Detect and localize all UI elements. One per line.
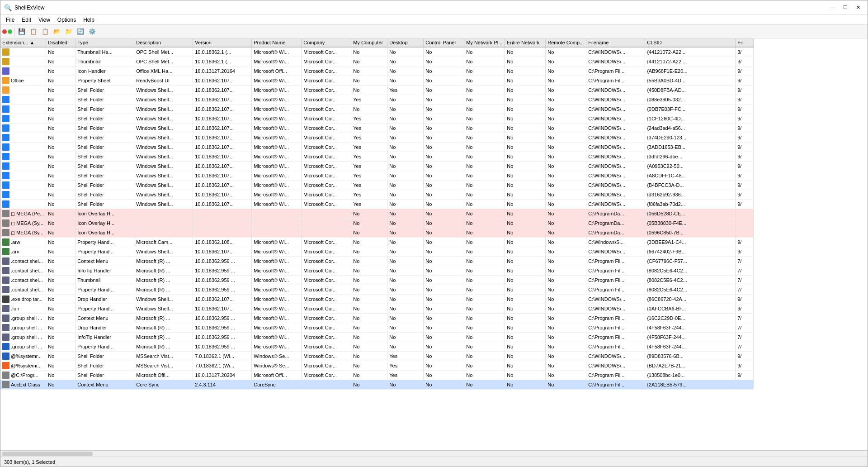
col-header-extension[interactable]: Extension... ▲ [0, 38, 46, 47]
save-button[interactable]: 💾 [16, 27, 27, 37]
table-container[interactable]: Extension... ▲ Disabled Type Description… [0, 38, 868, 450]
menu-options[interactable]: Options [54, 16, 80, 24]
cell-desktop: Yes [387, 371, 424, 380]
table-row[interactable]: .exe drop tar...NoDrop HandlerWindows Sh… [0, 295, 754, 304]
col-header-cp[interactable]: Control Panel [424, 38, 464, 47]
cell-type: InfoTip Handler [75, 266, 134, 276]
table-row[interactable]: .group shell ...NoProperty Hand...Micros… [0, 342, 754, 352]
table-row[interactable]: NoShell FolderWindows Shell...10.0.18362… [0, 171, 754, 181]
table-row[interactable]: NoShell FolderWindows Shell...10.0.18362… [0, 86, 754, 95]
menu-help[interactable]: Help [80, 16, 98, 24]
col-header-clsid[interactable]: CLSID [645, 38, 736, 47]
scrollbar-x[interactable] [0, 450, 868, 457]
table-row[interactable]: .fonNoProperty Hand...Windows Shell...10… [0, 304, 754, 314]
table-row[interactable]: NoThumbnail Ha...OPC Shell Met...10.0.18… [0, 47, 754, 57]
table-row[interactable]: .contact shel...NoProperty Hand...Micros… [0, 285, 754, 295]
table-row[interactable]: NoShell FolderWindows Shell...10.0.18362… [0, 124, 754, 133]
folder-button[interactable]: 📁 [63, 27, 74, 37]
table-row[interactable]: .group shell ...NoContext MenuMicrosoft … [0, 314, 754, 323]
cell-extension: .contact shel... [0, 285, 46, 295]
cell-entnet: No [505, 314, 546, 323]
maximize-button[interactable]: ☐ [840, 3, 851, 12]
cell-remcomp: No [546, 371, 586, 380]
table-row[interactable]: NoShell FolderWindows Shell...10.0.18362… [0, 143, 754, 152]
cell-type: Shell Folder [75, 352, 134, 361]
col-header-desc[interactable]: Description [134, 38, 193, 47]
table-row[interactable]: NoShell FolderWindows Shell...10.0.18362… [0, 114, 754, 124]
extension-text: .group shell ... [11, 315, 42, 321]
copy-button[interactable]: 📋 [28, 27, 39, 37]
col-header-comp[interactable]: Company [302, 38, 351, 47]
open-folder-button[interactable]: 📂 [52, 27, 62, 37]
table-row[interactable]: NoShell FolderWindows Shell...10.0.18362… [0, 200, 754, 209]
table-row[interactable]: .arxNoProperty Hand...Windows Shell...10… [0, 247, 754, 257]
cell-filename: C:\WINDOWS\... [586, 247, 645, 257]
table-row[interactable]: NoThumbnailOPC Shell Met...10.0.18362.1 … [0, 57, 754, 67]
settings-button[interactable]: ⚙️ [87, 27, 98, 37]
col-header-desktop[interactable]: Desktop [387, 38, 424, 47]
row-icon [2, 134, 9, 141]
table-row[interactable]: NoShell FolderWindows Shell...10.0.18362… [0, 181, 754, 190]
table-row[interactable]: .contact shel...NoContext MenuMicrosoft … [0, 257, 754, 266]
col-header-filename[interactable]: Filename [586, 38, 645, 47]
cell-extension: @%systemr... [0, 352, 46, 361]
col-header-disabled[interactable]: Disabled [46, 38, 75, 47]
cell-disabled: No [46, 380, 75, 390]
col-header-type[interactable]: Type [75, 38, 134, 47]
cell-disabled: No [46, 238, 75, 247]
cell-extension [0, 200, 46, 209]
table-row[interactable]: .contact shel...NoThumbnailMicrosoft (R)… [0, 276, 754, 285]
cell-mynet: No [464, 228, 505, 238]
col-header-mynet[interactable]: My Network Pl... [464, 38, 505, 47]
cell-clsid: {450D8FBA-AD... [645, 86, 736, 95]
col-header-remcomp[interactable]: Remote Comp... [546, 38, 586, 47]
menu-file[interactable]: File [2, 16, 18, 24]
cell-remcomp: No [546, 86, 586, 95]
table-row[interactable]: NoShell FolderWindows Shell...10.0.18362… [0, 133, 754, 143]
table-row[interactable]: NoShell FolderWindows Shell...10.0.18362… [0, 162, 754, 171]
cell-fil: 9/ [736, 371, 754, 380]
table-row[interactable]: ◻ MEGA (Sy...NoIcon Overlay H...NoNoNoNo… [0, 219, 754, 228]
table-row[interactable]: .contact shel...NoInfoTip HandlerMicroso… [0, 266, 754, 276]
table-row[interactable]: NoShell FolderWindows Shell...10.0.18362… [0, 95, 754, 105]
col-header-fil[interactable]: Fil [736, 38, 754, 47]
minimize-button[interactable]: ─ [827, 3, 839, 12]
table-row[interactable]: .arwNoProperty Hand...Microsoft Cam...10… [0, 238, 754, 247]
cell-disabled: No [46, 67, 75, 76]
table-row[interactable]: AccExt ClassNoContext MenuCore Sync2.4.3… [0, 380, 754, 390]
cell-ver: 10.0.18362.959 ... [193, 266, 252, 276]
table-row[interactable]: .group shell ...NoInfoTip HandlerMicroso… [0, 333, 754, 342]
cell-entnet: No [505, 238, 546, 247]
cell-clsid: {24ad3ad4-a56... [645, 124, 736, 133]
cell-prod: Microsoft Offi... [252, 371, 302, 380]
table-row[interactable]: @%systemr...NoShell FolderMSSearch Vist.… [0, 361, 754, 371]
cell-entnet: No [505, 181, 546, 190]
title-bar-left: 🔍 ShellExView [4, 4, 827, 11]
cell-desc [134, 228, 193, 238]
menu-edit[interactable]: Edit [18, 16, 35, 24]
table-row[interactable]: ◻ MEGA (Sy...NoIcon Overlay H...NoNoNoNo… [0, 228, 754, 238]
scrollbar-x-thumb[interactable] [2, 452, 93, 456]
table-row[interactable]: NoShell FolderWindows Shell...10.0.18362… [0, 105, 754, 114]
col-header-mycomp[interactable]: My Computer [351, 38, 387, 47]
table-row[interactable]: OfficeNoProperty SheetReadyBoost UI10.0.… [0, 76, 754, 86]
table-row[interactable]: NoShell FolderWindows Shell...10.0.18362… [0, 190, 754, 200]
cell-ver: 10.0.18362.959 ... [193, 276, 252, 285]
table-row[interactable]: @%systemr...NoShell FolderMSSearch Vist.… [0, 352, 754, 361]
col-header-prod[interactable]: Product Name [252, 38, 302, 47]
cell-cp: No [424, 219, 464, 228]
table-row[interactable]: .group shell ...NoDrop HandlerMicrosoft … [0, 323, 754, 333]
table-row[interactable]: NoIcon HandlerOffice XML Ha...16.0.13127… [0, 67, 754, 76]
cell-desktop: No [387, 228, 424, 238]
table-row[interactable]: ◻ MEGA (Pe...NoIcon Overlay H...NoNoNoNo… [0, 209, 754, 219]
col-header-ver[interactable]: Version [193, 38, 252, 47]
table-row[interactable]: NoShell FolderWindows Shell...10.0.18362… [0, 152, 754, 162]
col-header-entnet[interactable]: Entire Network [505, 38, 546, 47]
menu-view[interactable]: View [35, 16, 54, 24]
cell-desktop: No [387, 238, 424, 247]
table-row[interactable]: @C:\Progr...NoShell FolderMicrosoft Offi… [0, 371, 754, 380]
refresh-button[interactable]: 🔄 [75, 27, 86, 37]
cell-comp: Microsoft Cor... [302, 181, 351, 190]
close-button[interactable]: ✕ [852, 3, 864, 12]
paste-button[interactable]: 📋 [40, 27, 51, 37]
